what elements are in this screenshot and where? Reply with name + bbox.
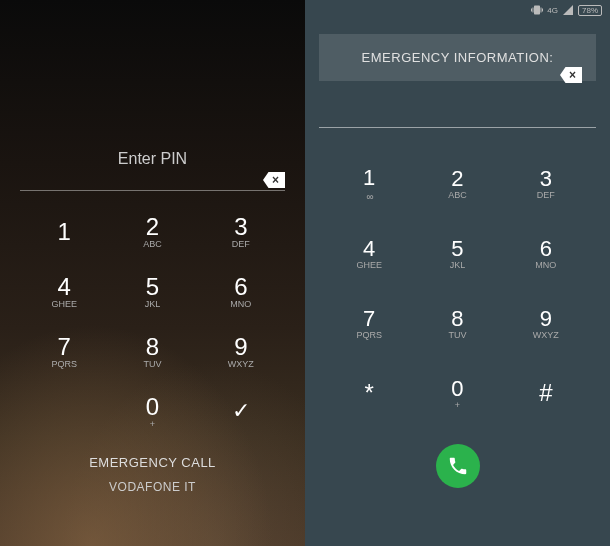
pin-input-area: Enter PIN: [0, 150, 305, 168]
network-label: 4G: [547, 6, 558, 15]
key-7[interactable]: 7 PQRS: [20, 321, 108, 381]
emergency-call-button[interactable]: EMERGENCY CALL: [4, 455, 301, 470]
emergency-dialer-panel: 4G 78% EMERGENCY INFORMATION: 1 ∞ 2 ABC …: [305, 0, 610, 546]
dial-input-area: [305, 95, 610, 128]
phone-icon: [447, 455, 469, 477]
pin-keypad: 1 2 ABC 3 DEF 4 Ghee 5 JKL 6 MNO 7 PQRS …: [0, 191, 305, 451]
vibrate-icon: [531, 4, 543, 16]
status-bar: 4G 78%: [305, 0, 610, 20]
battery-indicator: 78%: [578, 5, 602, 16]
key-2[interactable]: 2 ABC: [108, 201, 196, 261]
voicemail-icon: ∞: [367, 191, 372, 202]
key-4[interactable]: 4 Ghee: [325, 218, 413, 288]
key-3[interactable]: 3 DEF: [197, 201, 285, 261]
call-button[interactable]: [436, 444, 480, 488]
key-1[interactable]: 1: [20, 201, 108, 261]
signal-icon: [562, 4, 574, 16]
call-button-row: [305, 438, 610, 502]
key-3[interactable]: 3 DEF: [502, 148, 590, 218]
key-7[interactable]: 7 PQRS: [325, 288, 413, 358]
key-empty: [20, 381, 108, 441]
key-8[interactable]: 8 TUV: [413, 288, 501, 358]
key-0[interactable]: 0 +: [413, 358, 501, 428]
key-enter[interactable]: ✓: [197, 381, 285, 441]
carrier-label: VODAFONE IT: [4, 480, 301, 494]
backspace-icon[interactable]: [263, 172, 285, 188]
lock-screen-panel: Enter PIN 1 2 ABC 3 DEF 4 Ghee 5 JKL 6 M…: [0, 0, 305, 546]
checkmark-icon: ✓: [232, 398, 250, 424]
enter-pin-label: Enter PIN: [20, 150, 285, 168]
key-5[interactable]: 5 JKL: [108, 261, 196, 321]
key-9[interactable]: 9 WXYZ: [502, 288, 590, 358]
key-5[interactable]: 5 JKL: [413, 218, 501, 288]
key-8[interactable]: 8 TUV: [108, 321, 196, 381]
dialer-keypad: 1 ∞ 2 ABC 3 DEF 4 Ghee 5 JKL 6 MNO 7 PQR…: [305, 128, 610, 438]
key-9[interactable]: 9 Wxyz: [197, 321, 285, 381]
key-0[interactable]: 0 +: [108, 381, 196, 441]
key-1[interactable]: 1 ∞: [325, 148, 413, 218]
key-4[interactable]: 4 Ghee: [20, 261, 108, 321]
key-6[interactable]: 6 MNO: [502, 218, 590, 288]
backspace-icon[interactable]: [560, 67, 582, 83]
key-2[interactable]: 2 ABC: [413, 148, 501, 218]
key-6[interactable]: 6 MNO: [197, 261, 285, 321]
lock-screen-footer: EMERGENCY CALL VODAFONE IT: [0, 451, 305, 498]
key-star[interactable]: *: [325, 358, 413, 428]
key-hash[interactable]: #: [502, 358, 590, 428]
